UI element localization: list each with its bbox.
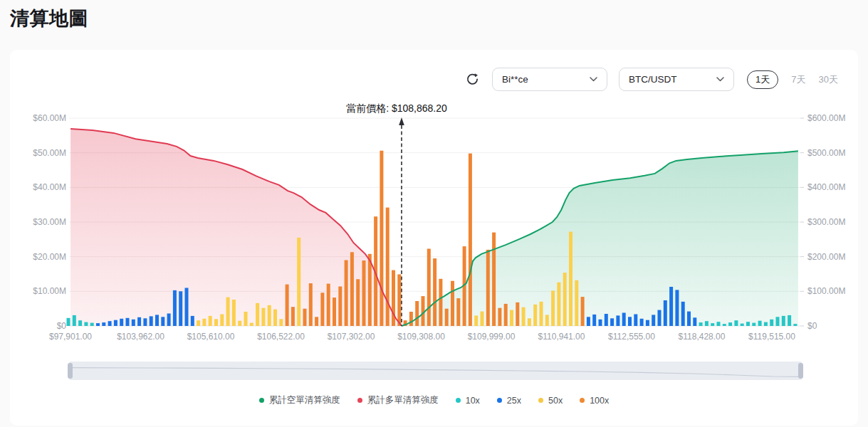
- current-price-arrow-icon: [399, 117, 404, 125]
- data-zoom-navigator[interactable]: [69, 362, 802, 380]
- pair-select[interactable]: BTC/USDT: [619, 68, 734, 91]
- period-button-7天[interactable]: 7天: [791, 71, 805, 88]
- liquidation-map-card: Bi**ce BTC/USDT 1天7天30天 $60.00M$50.00M$4…: [10, 50, 858, 426]
- page-title: 清算地圖: [10, 6, 88, 31]
- svg-text:$110,941.00: $110,941.00: [538, 332, 585, 342]
- legend-label: 50x: [548, 396, 563, 406]
- refresh-button[interactable]: [464, 71, 481, 88]
- svg-text:$500.00M: $500.00M: [807, 148, 845, 158]
- legend-item[interactable]: 25x: [497, 396, 521, 406]
- navigator-preview-line: [69, 362, 802, 380]
- legend-dot: [580, 398, 585, 403]
- svg-text:$103,962.00: $103,962.00: [117, 332, 164, 342]
- legend-item[interactable]: 累計空單清算強度: [259, 394, 340, 406]
- period-button-1天[interactable]: 1天: [747, 70, 778, 89]
- svg-text:$30.00M: $30.00M: [33, 217, 66, 227]
- legend-label: 累計多單清算強度: [367, 394, 439, 406]
- svg-text:$105,610.00: $105,610.00: [187, 332, 235, 342]
- svg-text:$109,308.00: $109,308.00: [397, 332, 445, 342]
- svg-text:$50.00M: $50.00M: [33, 148, 66, 158]
- period-button-30天[interactable]: 30天: [819, 71, 838, 88]
- legend-dot: [259, 398, 264, 403]
- exchange-select-value: Bi**ce: [502, 74, 528, 85]
- svg-text:$109,999.00: $109,999.00: [468, 332, 516, 342]
- svg-text:$112,555.00: $112,555.00: [608, 332, 655, 342]
- legend-item[interactable]: 累計多單清算強度: [357, 394, 439, 406]
- legend-dot: [538, 398, 543, 403]
- svg-text:$100.00M: $100.00M: [807, 286, 845, 296]
- svg-text:$118,428.00: $118,428.00: [679, 332, 726, 342]
- svg-text:$200.00M: $200.00M: [807, 252, 845, 262]
- navigator-right-handle[interactable]: [798, 363, 803, 379]
- svg-text:$300.00M: $300.00M: [807, 217, 845, 227]
- current-price-label: 當前價格: $108,868.20: [346, 102, 447, 114]
- navigator-left-handle[interactable]: [68, 363, 73, 379]
- left-axis-labels: $60.00M$50.00M$40.00M$30.00M$20.00M$10.0…: [33, 113, 66, 331]
- refresh-icon: [466, 73, 479, 86]
- exchange-select[interactable]: Bi**ce: [492, 68, 607, 91]
- svg-text:$20.00M: $20.00M: [33, 252, 66, 262]
- svg-text:$119,515.00: $119,515.00: [748, 332, 795, 342]
- svg-text:$0: $0: [807, 321, 817, 331]
- svg-text:$107,302.00: $107,302.00: [328, 332, 375, 342]
- cumulative-short-area: [402, 151, 798, 326]
- legend-label: 累計空單清算強度: [269, 394, 340, 406]
- liquidation-chart: $60.00M$50.00M$40.00M$30.00M$20.00M$10.0…: [10, 100, 858, 350]
- chart-legend: 累計空單清算強度累計多單清算強度10x25x50x100x: [10, 394, 858, 406]
- chevron-down-icon: [590, 77, 597, 82]
- legend-dot: [497, 398, 502, 403]
- svg-text:$600.00M: $600.00M: [807, 113, 845, 123]
- svg-text:$10.00M: $10.00M: [33, 286, 66, 296]
- svg-text:$40.00M: $40.00M: [33, 182, 66, 192]
- legend-label: 100x: [590, 396, 609, 406]
- legend-label: 25x: [507, 396, 521, 406]
- legend-label: 10x: [466, 396, 480, 406]
- legend-item[interactable]: 10x: [456, 396, 480, 406]
- chart-toolbar: Bi**ce BTC/USDT 1天7天30天: [464, 68, 838, 91]
- legend-dot: [456, 398, 461, 403]
- legend-item[interactable]: 100x: [580, 396, 609, 406]
- svg-text:$0: $0: [57, 321, 67, 331]
- svg-text:$97,901.00: $97,901.00: [49, 332, 92, 342]
- x-axis-labels: $97,901.00$103,962.00$105,610.00$106,522…: [49, 332, 795, 342]
- period-button-group: 1天7天30天: [747, 70, 838, 89]
- chevron-down-icon: [716, 77, 724, 82]
- legend-dot: [357, 398, 362, 403]
- legend-item[interactable]: 50x: [538, 396, 563, 406]
- pair-select-value: BTC/USDT: [629, 74, 677, 85]
- svg-text:$106,522.00: $106,522.00: [257, 332, 305, 342]
- svg-text:$60.00M: $60.00M: [33, 113, 66, 123]
- svg-text:$400.00M: $400.00M: [807, 182, 845, 192]
- right-axis-labels: $600.00M$500.00M$400.00M$300.00M$200.00M…: [807, 113, 845, 331]
